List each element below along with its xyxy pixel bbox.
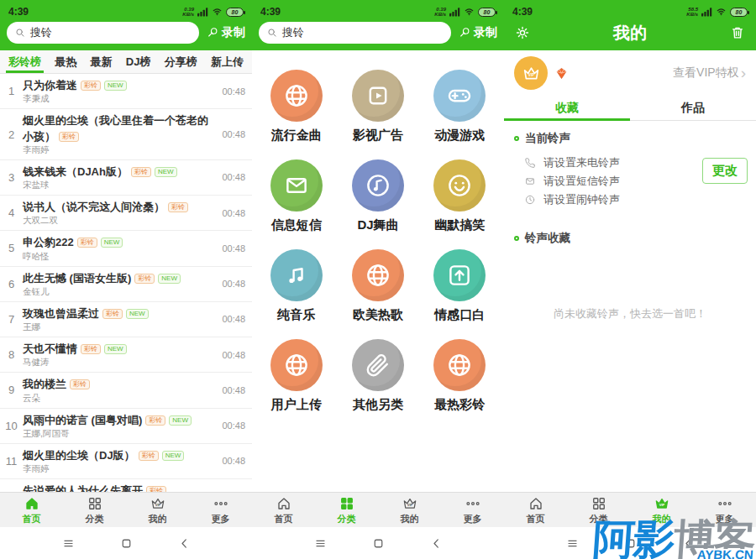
category-动漫游戏[interactable]: 动漫游戏 bbox=[419, 62, 501, 152]
tab-最新[interactable]: 最新 bbox=[89, 50, 114, 73]
bottomnav-item-首页[interactable]: 首页 bbox=[504, 493, 567, 527]
signal-icon bbox=[701, 7, 712, 17]
film-icon bbox=[352, 70, 404, 122]
badge-cailing: 彩铃 bbox=[134, 274, 155, 284]
avatar[interactable]: VIP bbox=[514, 56, 548, 90]
category-最热彩铃[interactable]: 最热彩铃 bbox=[419, 332, 501, 421]
song-list: 1只为你着迷彩铃NEW李秉成00:482烟火里的尘埃（我心里住着一个苍老的小孩）… bbox=[0, 74, 252, 492]
category-其他另类[interactable]: 其他另类 bbox=[337, 332, 418, 421]
back-button[interactable] bbox=[681, 536, 696, 551]
song-duration: 00:48 bbox=[222, 129, 245, 139]
menu-button[interactable] bbox=[313, 536, 328, 551]
bottomnav-item-我的[interactable]: VIP我的 bbox=[378, 493, 441, 527]
svg-text:VIP: VIP bbox=[659, 503, 664, 507]
song-row[interactable]: 3钱来钱来（DJAh版）彩铃NEW宋盐球00:48 bbox=[0, 160, 252, 196]
trash-button[interactable] bbox=[729, 24, 746, 41]
current-ringtone-section: 当前铃声 bbox=[514, 131, 746, 146]
category-label: DJ舞曲 bbox=[357, 217, 398, 233]
song-row[interactable]: 5申公豹222彩铃NEW哼哈怪00:48 bbox=[0, 231, 252, 266]
settings-gear-button[interactable] bbox=[514, 24, 531, 41]
grid-icon bbox=[87, 495, 103, 512]
home-button[interactable] bbox=[623, 536, 638, 551]
record-button[interactable]: 录制 bbox=[206, 25, 245, 40]
song-row[interactable]: 6此生无憾 (国语女生版)彩铃NEW金钰儿00:48 bbox=[0, 267, 252, 302]
ranking-tabs: 彩铃榜最热最新DJ榜分享榜新上传 bbox=[0, 50, 252, 74]
category-欧美热歌[interactable]: 欧美热歌 bbox=[337, 242, 418, 332]
bottomnav-item-分类[interactable]: 分类 bbox=[315, 493, 378, 527]
ringtone-setting-row[interactable]: 请设置闹钟铃声 bbox=[524, 191, 746, 209]
category-信息短信[interactable]: 信息短信 bbox=[255, 152, 337, 242]
song-duration: 00:48 bbox=[222, 86, 245, 97]
bottomnav-item-首页[interactable]: 首页 bbox=[0, 493, 63, 527]
profile-tab-作品[interactable]: 作品 bbox=[630, 96, 756, 120]
music-notes-icon bbox=[270, 249, 323, 301]
song-row[interactable]: 10风雨中的诺言 (国粤对唱)彩铃NEW王娜,阿国哥00:48 bbox=[0, 409, 252, 444]
back-button[interactable] bbox=[177, 536, 192, 551]
song-rank: 6 bbox=[0, 278, 23, 290]
search-input[interactable]: 搜铃 bbox=[7, 22, 199, 44]
smile-icon bbox=[433, 159, 486, 212]
vip-privileges-link[interactable]: 查看VIP特权 › bbox=[673, 65, 746, 81]
song-row[interactable]: 1只为你着迷彩铃NEW李秉成00:48 bbox=[0, 74, 252, 109]
change-button[interactable]: 更改 bbox=[702, 158, 748, 184]
song-duration: 00:48 bbox=[222, 208, 245, 218]
tab-最热[interactable]: 最热 bbox=[53, 50, 78, 73]
home-button[interactable] bbox=[119, 536, 134, 551]
song-row[interactable]: 2烟火里的尘埃（我心里住着一个苍老的小孩）彩铃李雨婷00:48 bbox=[0, 109, 252, 160]
profile-tab-收藏[interactable]: 收藏 bbox=[504, 96, 630, 120]
song-row[interactable]: 8天也不懂情彩铃NEW马健涛00:48 bbox=[0, 337, 252, 373]
search-icon bbox=[14, 27, 26, 39]
back-button[interactable] bbox=[429, 536, 444, 551]
song-row[interactable]: 11烟火里的尘埃（DJ版）彩铃NEW李雨婷00:48 bbox=[0, 444, 252, 479]
network-speed: 58.5KB/s bbox=[686, 7, 698, 17]
battery-icon: 80 bbox=[730, 8, 748, 17]
category-纯音乐[interactable]: 纯音乐 bbox=[255, 242, 337, 332]
profile-tabs: 收藏作品 bbox=[504, 96, 756, 121]
song-duration: 00:48 bbox=[222, 314, 245, 324]
signal-icon bbox=[449, 7, 460, 17]
search-icon bbox=[266, 27, 278, 39]
bottomnav-item-更多[interactable]: 更多 bbox=[189, 493, 252, 527]
bottomnav-item-我的[interactable]: VIP我的 bbox=[630, 493, 693, 527]
bottomnav-item-首页[interactable]: 首页 bbox=[252, 493, 315, 527]
category-DJ舞曲[interactable]: DJ舞曲 bbox=[337, 152, 418, 242]
category-幽默搞笑[interactable]: 幽默搞笑 bbox=[419, 152, 501, 242]
bottomnav-item-分类[interactable]: 分类 bbox=[63, 493, 126, 527]
record-button[interactable]: 录制 bbox=[458, 25, 497, 40]
bottomnav-item-更多[interactable]: 更多 bbox=[441, 493, 504, 527]
profile-header: 4:39 58.5KB/s 80 我的 bbox=[504, 0, 756, 50]
chevron-right-icon: › bbox=[741, 67, 746, 79]
song-title: 我的楼兰 bbox=[23, 378, 66, 390]
tab-新上传[interactable]: 新上传 bbox=[209, 50, 245, 73]
category-影视广告[interactable]: 影视广告 bbox=[337, 62, 418, 152]
song-row[interactable]: 7玫瑰也曾温柔过彩铃NEW王娜00:48 bbox=[0, 302, 252, 337]
category-用户上传[interactable]: 用户上传 bbox=[255, 332, 337, 421]
category-情感口白[interactable]: 情感口白 bbox=[419, 242, 501, 332]
song-title: 风雨中的诺言 (国粤对唱) bbox=[23, 414, 142, 426]
category-label: 幽默搞笑 bbox=[434, 217, 485, 233]
song-row[interactable]: 9我的楼兰彩铃云朵00:48 bbox=[0, 373, 252, 408]
tab-彩铃榜[interactable]: 彩铃榜 bbox=[7, 50, 43, 73]
phone-icon bbox=[524, 157, 536, 169]
home-button[interactable] bbox=[371, 536, 386, 551]
globe-icon bbox=[433, 339, 486, 391]
tab-DJ榜[interactable]: DJ榜 bbox=[124, 50, 153, 73]
category-流行金曲[interactable]: 流行金曲 bbox=[255, 62, 337, 152]
svg-text:VIP: VIP bbox=[155, 503, 160, 507]
menu-button[interactable] bbox=[565, 536, 580, 551]
search-input[interactable]: 搜铃 bbox=[259, 22, 451, 44]
song-artist: 大双二双 bbox=[23, 215, 217, 227]
song-row[interactable]: 4说书人（说不完这人间沧桑）彩铃大双二双00:48 bbox=[0, 196, 252, 231]
bottomnav-item-更多[interactable]: 更多 bbox=[693, 493, 756, 527]
menu-button[interactable] bbox=[61, 536, 76, 551]
bottomnav-item-分类[interactable]: 分类 bbox=[567, 493, 630, 527]
paperclip-icon bbox=[352, 339, 404, 391]
tab-分享榜[interactable]: 分享榜 bbox=[163, 50, 199, 73]
search-placeholder: 搜铃 bbox=[30, 25, 52, 40]
home-header: 4:39 0.39KB/s 80 搜铃 录制 bbox=[0, 0, 252, 50]
bottomnav-item-我的[interactable]: VIP我的 bbox=[126, 493, 189, 527]
badge-cailing: 彩铃 bbox=[139, 451, 159, 461]
song-row[interactable]: 12先说爱的人为什么先离开彩铃田园00:48 bbox=[0, 479, 252, 492]
badge-new: NEW bbox=[158, 274, 181, 284]
category-label: 影视广告 bbox=[353, 128, 403, 144]
